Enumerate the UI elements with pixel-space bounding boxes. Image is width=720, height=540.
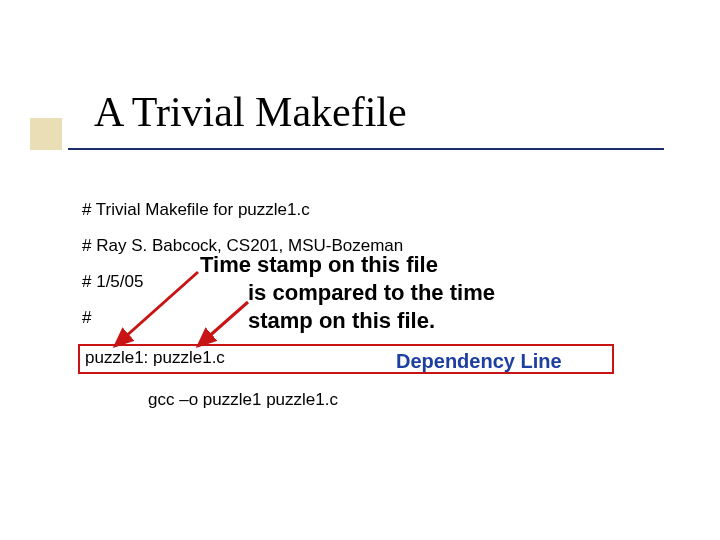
annotation-line-1: Time stamp on this file bbox=[200, 252, 438, 277]
command-line: gcc –o puzzle1 puzzle1.c bbox=[148, 390, 338, 410]
title-underline bbox=[68, 148, 664, 150]
dependency-line: puzzle1: puzzle1.c bbox=[85, 348, 225, 368]
slide-title: A Trivial Makefile bbox=[94, 88, 407, 136]
comment-line-3: # 1/5/05 bbox=[82, 272, 143, 292]
comment-line-4: # bbox=[82, 308, 91, 328]
accent-square bbox=[30, 118, 62, 150]
annotation-line-3: stamp on this file. bbox=[248, 308, 435, 333]
arrow-to-prereq bbox=[198, 302, 248, 346]
comment-line-1: # Trivial Makefile for puzzle1.c bbox=[82, 200, 310, 220]
dependency-line-label: Dependency Line bbox=[396, 350, 562, 373]
annotation-line-2: is compared to the time bbox=[248, 280, 495, 305]
